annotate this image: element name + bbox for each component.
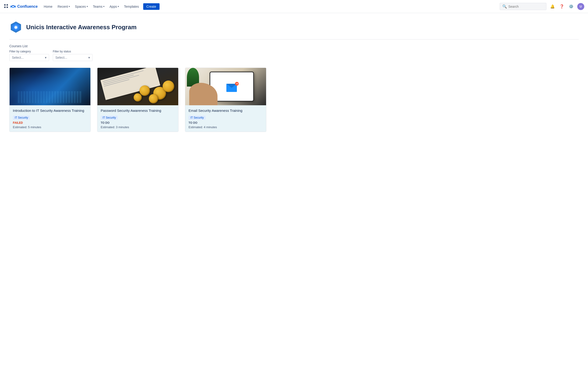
card-status: TO DO	[101, 121, 175, 124]
settings-icon[interactable]: ⚙️	[568, 3, 575, 10]
brand-logo	[9, 21, 22, 34]
svg-rect-2	[4, 7, 6, 8]
svg-rect-0	[4, 4, 6, 6]
card-image	[10, 68, 90, 105]
card-estimate: Estimated: 3 minutes	[101, 125, 175, 129]
card-tag: IT Security	[13, 116, 30, 120]
card-status: FAILED	[13, 121, 87, 124]
grid-icon[interactable]	[4, 4, 8, 9]
card-tag: IT Security	[101, 116, 118, 120]
card-estimate: Estimated: 4 minutes	[189, 125, 263, 129]
card-title: Introduction to IT Security Awareness Tr…	[13, 108, 87, 113]
svg-rect-3	[7, 7, 8, 8]
card-estimate: Estimated: 5 minutes	[13, 125, 87, 129]
nav-links: Home Recent ▾ Spaces ▾ Teams ▾ Apps ▾ Te…	[41, 3, 141, 10]
teams-chevron-icon: ▾	[103, 5, 105, 8]
card-image	[97, 68, 178, 105]
category-select-value: Select...	[12, 56, 24, 59]
category-chevron-icon: ▾	[45, 56, 46, 59]
status-filter-label: Filter by status	[53, 50, 93, 53]
card-tag: IT Security	[189, 116, 206, 120]
svg-rect-1	[7, 4, 8, 6]
templates-link[interactable]: Templates	[122, 3, 141, 10]
filters-row: Filter by category Select... ▾ Filter by…	[9, 50, 579, 61]
course-card[interactable]: 18 Email Security Awareness Training IT …	[185, 68, 266, 132]
apps-link[interactable]: Apps ▾	[107, 3, 121, 10]
category-select[interactable]: Select... ▾	[9, 54, 49, 61]
status-filter-group: Filter by status Select... ▾	[53, 50, 93, 61]
card-status: TO DO	[189, 121, 263, 124]
logo-text: Confluence	[17, 4, 38, 9]
confluence-logo[interactable]: Confluence	[10, 4, 38, 9]
page-content: Unicis Interactive Awareness Program Cou…	[0, 13, 588, 139]
filters-section: Courses List Filter by category Select..…	[9, 44, 579, 61]
course-card[interactable]: Introduction to IT Security Awareness Tr…	[9, 68, 91, 132]
notifications-icon[interactable]: 🔔	[549, 3, 556, 10]
teams-link[interactable]: Teams ▾	[91, 3, 107, 10]
card-title: Email Security Awareness Training	[189, 108, 263, 113]
help-icon[interactable]: ❓	[558, 3, 565, 10]
recent-chevron-icon: ▾	[69, 5, 70, 8]
status-select-value: Select...	[55, 56, 67, 59]
navbar: Confluence Home Recent ▾ Spaces ▾ Teams …	[0, 0, 588, 13]
search-icon: 🔍	[502, 4, 507, 9]
recent-link[interactable]: Recent ▾	[55, 3, 72, 10]
avatar[interactable]: U	[577, 3, 584, 10]
spaces-link[interactable]: Spaces ▾	[73, 3, 90, 10]
category-filter-label: Filter by category	[9, 50, 49, 53]
card-title: Password Security Awareness Training	[101, 108, 175, 113]
cards-grid: Introduction to IT Security Awareness Tr…	[9, 68, 266, 132]
card-image: 18	[185, 68, 266, 105]
create-button[interactable]: Create	[143, 3, 159, 10]
home-link[interactable]: Home	[41, 3, 55, 10]
search-input[interactable]	[508, 5, 544, 8]
search-box[interactable]: 🔍	[500, 3, 546, 10]
courses-list-label: Courses List	[9, 44, 579, 48]
category-filter-group: Filter by category Select... ▾	[9, 50, 49, 61]
status-chevron-icon: ▾	[88, 56, 90, 59]
course-card[interactable]: Password Security Awareness Training IT …	[97, 68, 178, 132]
apps-chevron-icon: ▾	[118, 5, 119, 8]
brand-header: Unicis Interactive Awareness Program	[9, 21, 579, 34]
spaces-chevron-icon: ▾	[87, 5, 88, 8]
nav-right: 🔍 🔔 ❓ ⚙️ U	[500, 3, 584, 10]
brand-title: Unicis Interactive Awareness Program	[26, 24, 137, 31]
status-select[interactable]: Select... ▾	[53, 54, 93, 61]
divider	[9, 39, 579, 40]
